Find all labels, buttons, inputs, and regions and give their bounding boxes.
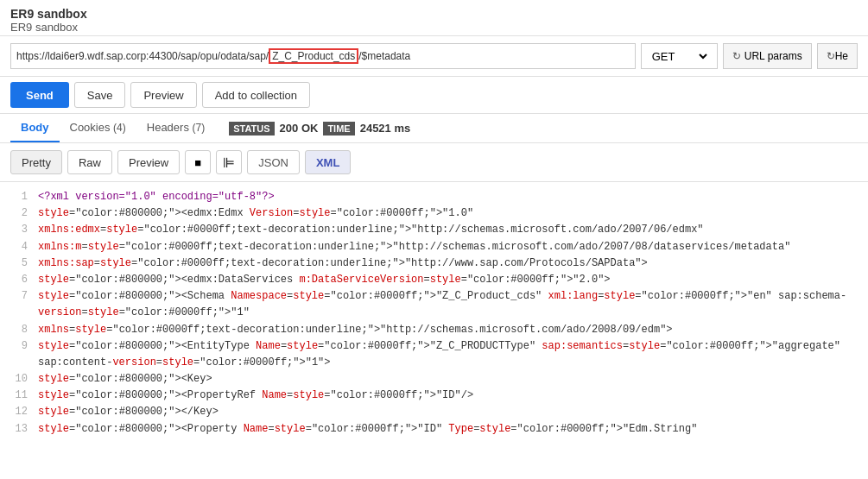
- response-tabs: Body Cookies (4) Headers (7) STATUS 200 …: [0, 114, 868, 143]
- he-label: He: [835, 50, 848, 62]
- time-label: TIME: [323, 122, 354, 136]
- url-params-button[interactable]: ↻ URL params: [723, 43, 812, 69]
- tab-cookies-count: (4): [113, 122, 126, 134]
- code-line: 8 xmlns=style="color:#0000ff;text-decora…: [10, 322, 858, 338]
- refresh-icon: ↻: [732, 50, 741, 62]
- line-number: 3: [10, 222, 28, 238]
- line-number: 9: [10, 338, 28, 371]
- send-button[interactable]: Send: [10, 82, 69, 108]
- indent-icon: ⊫: [223, 154, 235, 171]
- url-bar: https://ldai6er9.wdf.sap.corp:44300/sap/…: [0, 35, 868, 77]
- line-number: 7: [10, 288, 28, 321]
- line-number: 12: [10, 404, 28, 420]
- action-bar: Send Save Preview Add to collection: [0, 77, 868, 114]
- line-content: <?xml version="1.0" encoding="utf-8"?>: [38, 189, 858, 205]
- url-params-label: URL params: [744, 50, 802, 62]
- line-number: 5: [10, 255, 28, 272]
- format-json-button[interactable]: JSON: [247, 150, 300, 174]
- url-input[interactable]: https://ldai6er9.wdf.sap.corp:44300/sap/…: [10, 43, 636, 69]
- line-content: xmlns:sap=style="color:#0000ff;text-deco…: [38, 255, 858, 272]
- line-content: style="color:#800000;"><Schema Namespace…: [38, 288, 858, 321]
- tab-cookies[interactable]: Cookies (4): [60, 114, 136, 142]
- code-line: 13 style="color:#800000;"><Property Name…: [10, 421, 858, 437]
- tab-headers[interactable]: Headers (7): [136, 114, 215, 142]
- line-content: style="color:#800000;"><EntityType Name=…: [38, 338, 858, 371]
- code-line: 7 style="color:#800000;"><Schema Namespa…: [10, 288, 858, 321]
- save-button[interactable]: Save: [74, 82, 126, 108]
- code-line: 11 style="color:#800000;"><PropertyRef N…: [10, 388, 858, 404]
- stop-icon-button[interactable]: ■: [185, 150, 211, 174]
- line-number: 13: [10, 421, 28, 437]
- line-content: style="color:#800000;"><Property Name=st…: [38, 421, 858, 437]
- format-raw-button[interactable]: Raw: [67, 150, 112, 174]
- code-line: 6 style="color:#800000;"><edmx:DataServi…: [10, 272, 858, 288]
- code-line: 5 xmlns:sap=style="color:#0000ff;text-de…: [10, 255, 858, 272]
- url-highlighted-segment: Z_C_Product_cds: [269, 48, 358, 64]
- time-value: 24521 ms: [360, 122, 411, 135]
- line-content: style="color:#800000;"><PropertyRef Name…: [38, 388, 858, 404]
- code-line: 9 style="color:#800000;"><EntityType Nam…: [10, 338, 858, 371]
- format-xml-button[interactable]: XML: [305, 150, 351, 174]
- title-bar: ER9 sandbox ER9 sandbox: [0, 0, 868, 35]
- status-label: STATUS: [229, 122, 274, 136]
- line-content: style="color:#800000;"><edmx:DataService…: [38, 272, 858, 288]
- line-content: xmlns=style="color:#0000ff;text-decorati…: [38, 322, 858, 338]
- method-selector[interactable]: GET POST PUT DELETE PATCH: [641, 43, 718, 69]
- code-line: 12 style="color:#800000;"></Key>: [10, 404, 858, 420]
- line-number: 1: [10, 189, 28, 205]
- line-content: xmlns:edmx=style="color:#0000ff;text-dec…: [38, 222, 858, 238]
- format-preview-button[interactable]: Preview: [117, 150, 180, 174]
- add-to-collection-button[interactable]: Add to collection: [202, 82, 310, 108]
- url-prefix: https://ldai6er9.wdf.sap.corp:44300/sap/…: [11, 50, 269, 62]
- line-number: 2: [10, 205, 28, 222]
- preview-button[interactable]: Preview: [130, 82, 196, 108]
- line-number: 11: [10, 388, 28, 404]
- line-content: xmlns:m=style="color:#0000ff;text-decora…: [38, 239, 858, 255]
- code-line: 10 style="color:#800000;"><Key>: [10, 371, 858, 388]
- refresh-icon2: ↻: [827, 50, 835, 62]
- url-suffix: /$metadata: [358, 50, 410, 62]
- tab-body[interactable]: Body: [10, 114, 60, 142]
- app-title: ER9 sandbox: [10, 7, 858, 21]
- method-dropdown[interactable]: GET POST PUT DELETE PATCH: [649, 49, 710, 64]
- format-pretty-button[interactable]: Pretty: [10, 150, 62, 174]
- line-number: 10: [10, 371, 28, 388]
- status-value: 200 OK: [280, 122, 319, 135]
- tab-body-label: Body: [21, 121, 49, 134]
- line-content: style="color:#800000;"><Key>: [38, 371, 858, 388]
- tab-cookies-label: Cookies: [70, 121, 111, 134]
- line-number: 6: [10, 272, 28, 288]
- stop-icon: ■: [194, 156, 201, 169]
- format-bar: Pretty Raw Preview ■ ⊫ JSON XML: [0, 143, 868, 182]
- tab-headers-count: (7): [193, 122, 206, 134]
- code-line: 4 xmlns:m=style="color:#0000ff;text-deco…: [10, 239, 858, 255]
- indent-icon-button[interactable]: ⊫: [216, 150, 242, 174]
- app-subtitle: ER9 sandbox: [10, 21, 858, 34]
- tab-headers-label: Headers: [147, 121, 189, 134]
- code-area: 1<?xml version="1.0" encoding="utf-8"?>2…: [0, 182, 868, 437]
- line-content: style="color:#800000;"><edmx:Edmx Versio…: [38, 205, 858, 222]
- line-number: 8: [10, 322, 28, 338]
- code-line: 3 xmlns:edmx=style="color:#0000ff;text-d…: [10, 222, 858, 238]
- he-button[interactable]: ↻ He: [817, 43, 858, 69]
- line-number: 4: [10, 239, 28, 255]
- code-line: 1<?xml version="1.0" encoding="utf-8"?>: [10, 189, 858, 205]
- status-badge: STATUS 200 OK TIME 24521 ms: [229, 122, 410, 136]
- code-line: 2style="color:#800000;"><edmx:Edmx Versi…: [10, 205, 858, 222]
- line-content: style="color:#800000;"></Key>: [38, 404, 858, 420]
